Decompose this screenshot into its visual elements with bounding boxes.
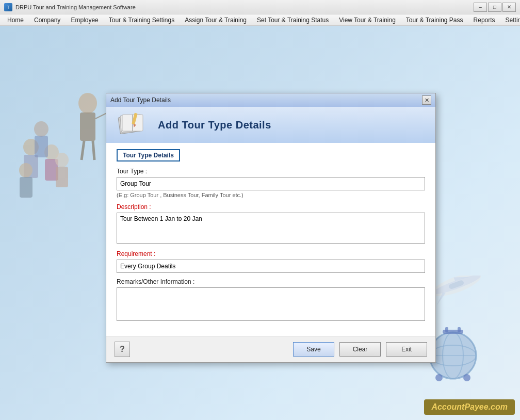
watermark: AccountPayee.com [424,399,515,415]
requirement-input[interactable] [117,260,425,273]
tour-type-group: Tour Type : (E.g: Group Tour , Business … [117,168,425,198]
svg-point-0 [78,93,97,114]
exit-button[interactable]: Exit [386,342,427,357]
dialog-title: Add Tour Type Details [110,96,171,104]
requirement-label: Requirement : [117,250,425,257]
section-title: Tour Type Details [117,149,180,161]
main-content: Add Tour Type Details ✕ Add Tour Type De… [0,26,520,420]
svg-rect-31 [445,327,448,332]
svg-line-9 [93,141,94,160]
remarks-group: Remarks/Other Information : [117,278,425,322]
description-textarea[interactable] [117,213,425,244]
svg-point-34 [463,374,470,381]
svg-line-8 [82,141,84,160]
dialog-body: Tour Type Details Tour Type : (E.g: Grou… [106,143,435,336]
menu-assign-tour-training[interactable]: Assign Tour & Training [180,14,252,25]
menu-settings[interactable]: Settings [500,14,520,25]
app-icon: T [4,3,12,11]
title-bar-left: T DRPU Tour and Training Management Soft… [4,3,136,11]
dialog-close-button[interactable]: ✕ [422,95,431,105]
clear-button[interactable]: Clear [339,342,381,357]
tour-type-input[interactable] [117,177,425,190]
menu-tour-training-settings[interactable]: Tour & Training Settings [104,14,180,25]
minimize-button[interactable]: – [474,3,487,12]
menu-reports[interactable]: Reports [468,14,500,25]
description-label: Description : [117,203,425,211]
save-button[interactable]: Save [293,342,334,357]
help-button[interactable]: ? [115,342,130,357]
menu-home[interactable]: Home [2,14,29,25]
requirement-group: Requirement : [117,250,425,273]
menu-view-tour-training[interactable]: View Tour & Training [334,14,401,25]
svg-rect-15 [20,177,32,198]
svg-rect-1 [80,112,95,141]
window-close-button[interactable]: ✕ [502,3,516,12]
maximize-button[interactable]: □ [488,3,501,12]
dialog-header: Add Tour Type Details [106,107,435,143]
title-bar: T DRPU Tour and Training Management Soft… [0,0,520,14]
app-title: DRPU Tour and Training Management Softwa… [15,4,136,10]
remarks-textarea[interactable] [117,287,425,321]
svg-point-14 [19,163,32,177]
tour-type-hint: (E.g: Group Tour , Business Tour, Family… [117,192,425,198]
svg-point-18 [34,121,48,137]
remarks-label: Remarks/Other Information : [117,278,425,285]
tour-type-label: Tour Type : [117,168,425,175]
svg-rect-19 [35,136,48,157]
window-controls: – □ ✕ [474,3,516,12]
dialog-window: Add Tour Type Details ✕ Add Tour Type De… [106,93,436,363]
menu-set-tour-training-status[interactable]: Set Tour & Training Status [252,14,334,25]
menu-company[interactable]: Company [29,14,66,25]
svg-rect-17 [56,167,68,187]
dialog-header-title: Add Tour Type Details [158,119,271,131]
people-illustration [0,52,113,217]
menu-tour-training-pass[interactable]: Tour & Training Pass [401,14,468,25]
description-group: Description : [117,203,425,245]
dialog-footer: ? Save Clear Exit [106,336,435,362]
svg-rect-32 [458,327,461,332]
menu-employee[interactable]: Employee [66,14,103,25]
dialog-title-bar[interactable]: Add Tour Type Details ✕ [106,93,435,107]
header-book-icon [117,111,148,139]
svg-point-33 [435,374,443,381]
menu-bar: Home Company Employee Tour & Training Se… [0,14,520,26]
svg-point-16 [55,153,69,167]
